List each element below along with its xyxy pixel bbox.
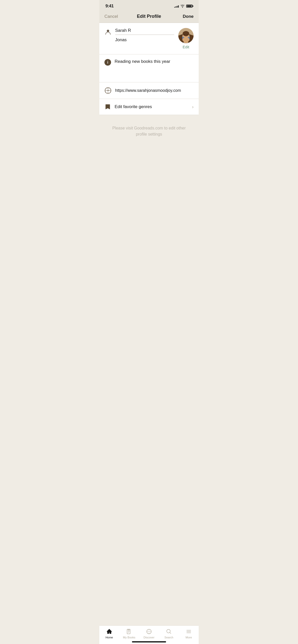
bio-section[interactable]: i Reading new books this year bbox=[99, 54, 199, 82]
compass-icon bbox=[104, 87, 112, 94]
genres-section[interactable]: Edit favorite genres › bbox=[99, 99, 199, 115]
website-url[interactable]: https://www.sarahjonasmoodjoy.com bbox=[115, 88, 194, 93]
info-message-text: Please visit Goodreads.com to edit other… bbox=[112, 126, 186, 136]
page-title: Edit Profile bbox=[137, 14, 161, 19]
profile-section: Jonas bbox=[99, 23, 199, 54]
bio-text[interactable]: Reading new books this year bbox=[115, 59, 194, 64]
cancel-button[interactable]: Cancel bbox=[104, 14, 122, 19]
signal-icon bbox=[174, 5, 179, 8]
svg-point-8 bbox=[187, 35, 188, 35]
last-name-field: Jonas bbox=[115, 37, 174, 42]
info-message: Please visit Goodreads.com to edit other… bbox=[99, 115, 199, 148]
battery-icon bbox=[186, 5, 193, 8]
profile-left: Jonas bbox=[104, 28, 174, 42]
status-icons bbox=[174, 5, 193, 8]
status-bar: 9:41 bbox=[99, 0, 199, 11]
avatar-image bbox=[178, 28, 194, 43]
profile-right: Edit bbox=[178, 28, 194, 49]
svg-point-7 bbox=[184, 35, 185, 35]
svg-point-0 bbox=[107, 30, 109, 32]
info-icon: i bbox=[104, 59, 111, 66]
bottom-spacer bbox=[99, 148, 199, 198]
edit-photo-link[interactable]: Edit bbox=[183, 45, 189, 49]
bookmark-icon bbox=[104, 104, 111, 110]
first-name-input[interactable] bbox=[115, 28, 174, 35]
avatar[interactable] bbox=[178, 28, 194, 43]
person-icon bbox=[104, 28, 112, 36]
svg-point-6 bbox=[183, 31, 189, 36]
nav-bar: Cancel Edit Profile Done bbox=[99, 11, 199, 23]
done-button[interactable]: Done bbox=[176, 14, 194, 19]
status-time: 9:41 bbox=[105, 4, 114, 9]
content-area: Jonas bbox=[99, 23, 199, 198]
wifi-icon bbox=[180, 5, 185, 8]
chevron-right-icon: › bbox=[192, 104, 194, 110]
profile-fields: Jonas bbox=[115, 28, 174, 42]
website-section[interactable]: https://www.sarahjonasmoodjoy.com bbox=[99, 82, 199, 99]
genres-label: Edit favorite genres bbox=[115, 104, 192, 109]
